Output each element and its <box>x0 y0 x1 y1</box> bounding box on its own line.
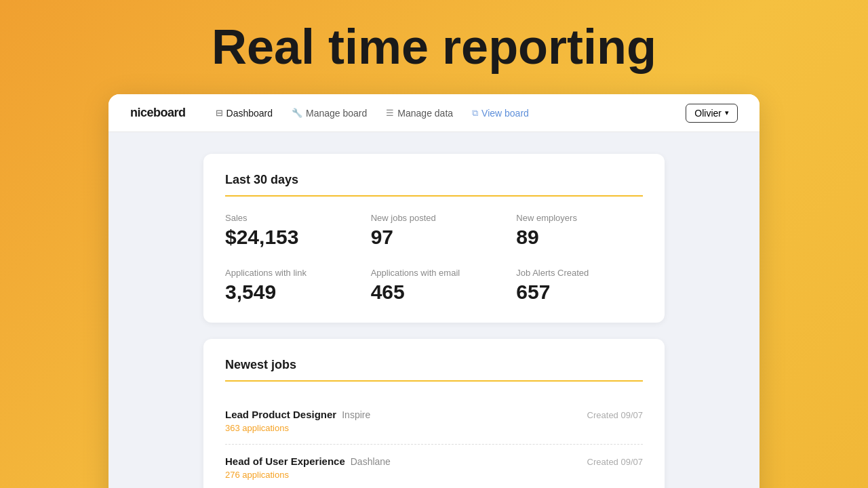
job-created-0: Created 09/07 <box>587 410 643 420</box>
user-menu-button[interactable]: Olivier <box>686 104 738 123</box>
job-title-1: Head of User Experience <box>225 455 345 467</box>
job-company-0: Inspire <box>342 409 370 420</box>
stat-new-employers-value: 89 <box>516 226 643 249</box>
nav-links: ⊟ Dashboard 🔧 Manage board ☰ Manage data… <box>208 104 681 123</box>
external-link-icon: ⧉ <box>472 108 478 119</box>
stat-app-email-label: Applications with email <box>371 268 498 278</box>
nav-manage-board[interactable]: 🔧 Manage board <box>283 104 375 123</box>
stats-grid: Sales $24,153 New jobs posted 97 New emp… <box>225 213 643 304</box>
nav-dashboard[interactable]: ⊟ Dashboard <box>208 104 281 123</box>
stat-sales-label: Sales <box>225 213 352 223</box>
job-title-row-0: Lead Product Designer Inspire <box>225 409 370 420</box>
wrench-icon: 🔧 <box>292 108 302 118</box>
hero-title: Real time reporting <box>212 20 656 74</box>
stat-sales: Sales $24,153 <box>225 213 352 249</box>
job-left-1: Head of User Experience Dashlane 276 app… <box>225 455 391 480</box>
stat-new-jobs-value: 97 <box>371 226 498 249</box>
nav-manage-data[interactable]: ☰ Manage data <box>378 104 461 123</box>
navbar: niceboard ⊟ Dashboard 🔧 Manage board ☰ M… <box>108 94 760 132</box>
stats-card: Last 30 days Sales $24,153 New jobs post… <box>203 154 665 323</box>
stat-job-alerts-label: Job Alerts Created <box>516 268 643 278</box>
stat-job-alerts-value: 657 <box>516 281 643 304</box>
main-content: Last 30 days Sales $24,153 New jobs post… <box>108 132 760 488</box>
list-icon: ☰ <box>386 108 394 118</box>
stat-new-jobs-label: New jobs posted <box>371 213 498 223</box>
stat-sales-value: $24,153 <box>225 226 352 249</box>
dashboard-icon: ⊟ <box>216 108 223 118</box>
nav-dashboard-label: Dashboard <box>226 108 273 119</box>
jobs-list: Lead Product Designer Inspire 363 applic… <box>225 398 643 488</box>
stat-job-alerts: Job Alerts Created 657 <box>516 268 643 304</box>
job-left-0: Lead Product Designer Inspire 363 applic… <box>225 409 370 433</box>
nav-manage-data-label: Manage data <box>397 108 453 119</box>
job-applications-0: 363 applications <box>225 423 370 433</box>
stats-card-title: Last 30 days <box>225 173 643 197</box>
nav-view-board-label: View board <box>481 108 529 119</box>
jobs-card: Newest jobs Lead Product Designer Inspir… <box>203 339 665 488</box>
stat-app-email: Applications with email 465 <box>371 268 498 304</box>
job-created-1: Created 09/07 <box>587 457 643 467</box>
app-container: niceboard ⊟ Dashboard 🔧 Manage board ☰ M… <box>108 94 760 488</box>
stat-app-link: Applications with link 3,549 <box>225 268 352 304</box>
job-title-row-1: Head of User Experience Dashlane <box>225 455 391 467</box>
nav-logo: niceboard <box>130 106 186 120</box>
nav-view-board[interactable]: ⧉ View board <box>464 104 537 123</box>
jobs-card-title: Newest jobs <box>225 358 643 382</box>
stat-app-link-label: Applications with link <box>225 268 352 278</box>
stat-app-link-value: 3,549 <box>225 281 352 304</box>
job-item-1[interactable]: Head of User Experience Dashlane 276 app… <box>225 445 643 488</box>
job-company-1: Dashlane <box>351 456 391 467</box>
job-applications-1: 276 applications <box>225 470 391 480</box>
stat-new-employers-label: New employers <box>516 213 643 223</box>
job-item-0[interactable]: Lead Product Designer Inspire 363 applic… <box>225 398 643 445</box>
stat-new-employers: New employers 89 <box>516 213 643 249</box>
stat-app-email-value: 465 <box>371 281 498 304</box>
stat-new-jobs: New jobs posted 97 <box>371 213 498 249</box>
nav-manage-board-label: Manage board <box>306 108 367 119</box>
job-title-0: Lead Product Designer <box>225 409 336 420</box>
